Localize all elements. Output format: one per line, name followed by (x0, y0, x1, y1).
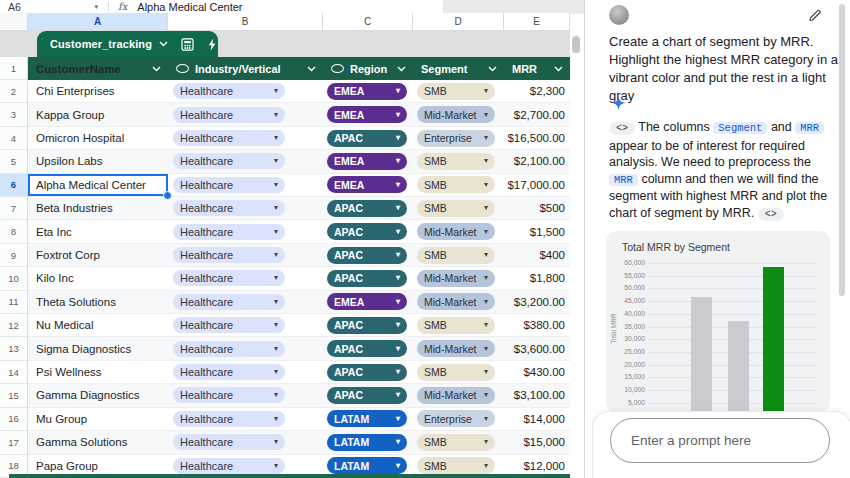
code-toggle-chip[interactable]: <> (758, 208, 784, 221)
row-number[interactable]: 8 (0, 220, 28, 243)
column-header-segment[interactable]: Segment (413, 57, 504, 80)
cell-customer-name[interactable]: Kappa Group (28, 103, 168, 126)
cell-mrr[interactable]: $2,700.00 (504, 103, 570, 126)
row-number[interactable]: 12 (0, 314, 28, 337)
region-dropdown[interactable]: EMEA▾ (327, 176, 407, 193)
selection-fill-handle[interactable] (163, 191, 172, 200)
select-all-corner[interactable] (0, 13, 28, 31)
chevron-down-icon[interactable] (307, 66, 316, 72)
segment-dropdown[interactable]: Mid-Market▾ (417, 270, 495, 287)
chevron-down-icon[interactable] (554, 66, 563, 72)
chevron-down-icon[interactable] (152, 66, 161, 72)
row-number[interactable]: 3 (0, 103, 28, 126)
cell-name-box[interactable]: A6 ▾ (0, 0, 104, 13)
region-dropdown[interactable]: EMEA▾ (327, 293, 407, 310)
cell-mrr[interactable]: $500 (504, 197, 570, 220)
region-dropdown[interactable]: APAC▾ (327, 200, 407, 217)
segment-dropdown[interactable]: Mid-Market▾ (417, 387, 495, 404)
row-number[interactable]: 2 (0, 80, 28, 103)
cell-mrr[interactable]: $430.00 (504, 361, 570, 384)
cell-mrr[interactable]: $17,000.00 (504, 174, 570, 197)
column-header-industry-vertical[interactable]: Industry/Vertical (168, 57, 323, 80)
segment-dropdown[interactable]: SMB▾ (417, 247, 495, 264)
region-dropdown[interactable]: APAC▾ (327, 247, 407, 264)
industry-dropdown[interactable]: Healthcare▾ (173, 224, 285, 240)
code-toggle-chip[interactable]: <> (609, 122, 635, 135)
industry-dropdown[interactable]: Healthcare▾ (173, 387, 285, 403)
lightning-bolt-icon[interactable] (207, 38, 217, 51)
segment-dropdown[interactable]: Enterprise▾ (417, 130, 495, 147)
cell-mrr[interactable]: $400 (504, 244, 570, 267)
cell-mrr[interactable]: $15,000 (504, 431, 570, 454)
row-number[interactable]: 5 (0, 150, 28, 173)
segment-dropdown[interactable]: Mid-Market▾ (417, 223, 495, 240)
industry-dropdown[interactable]: Healthcare▾ (173, 200, 285, 216)
industry-dropdown[interactable]: Healthcare▾ (173, 458, 285, 474)
cell-mrr[interactable]: $3,200.00 (504, 291, 570, 314)
chevron-down-icon[interactable] (159, 41, 168, 47)
segment-dropdown[interactable]: Enterprise▾ (417, 410, 495, 427)
cell-mrr[interactable]: $16,500.00 (504, 127, 570, 150)
cell-customer-name[interactable]: Omicron Hospital (28, 127, 168, 150)
row-number[interactable]: 1 (0, 57, 28, 80)
segment-dropdown[interactable]: SMB▾ (417, 457, 495, 474)
industry-dropdown[interactable]: Healthcare▾ (173, 177, 285, 193)
row-number[interactable]: 6 (0, 174, 28, 197)
row-number[interactable]: 7 (0, 197, 28, 220)
cell-mrr[interactable]: $380.00 (504, 314, 570, 337)
region-dropdown[interactable]: APAC▾ (327, 340, 407, 357)
region-dropdown[interactable]: APAC▾ (327, 364, 407, 381)
panel-scrollbar[interactable] (839, 4, 845, 296)
segment-dropdown[interactable]: SMB▾ (417, 317, 495, 334)
industry-dropdown[interactable]: Healthcare▾ (173, 83, 285, 99)
region-dropdown[interactable]: EMEA▾ (327, 153, 407, 170)
row-number[interactable]: 16 (0, 408, 28, 431)
cell-customer-name[interactable]: Kilo Inc (28, 267, 168, 290)
chevron-down-icon[interactable] (488, 66, 497, 72)
cell-customer-name[interactable]: Theta Solutions (28, 291, 168, 314)
industry-dropdown[interactable]: Healthcare▾ (173, 317, 285, 333)
column-header-A[interactable]: A (28, 13, 168, 31)
row-number[interactable]: 14 (0, 361, 28, 384)
segment-dropdown[interactable]: Mid-Market▾ (417, 106, 495, 123)
row-number[interactable]: 13 (0, 337, 28, 360)
segment-dropdown[interactable]: SMB▾ (417, 153, 495, 170)
prompt-input[interactable] (610, 418, 830, 463)
industry-dropdown[interactable]: Healthcare▾ (173, 247, 285, 263)
cell-customer-name[interactable]: Chi Enterprises (28, 80, 168, 103)
cell-mrr[interactable]: $2,100.00 (504, 150, 570, 173)
industry-dropdown[interactable]: Healthcare▾ (173, 411, 285, 427)
industry-dropdown[interactable]: Healthcare▾ (173, 107, 285, 123)
edit-pencil-icon[interactable] (808, 8, 822, 22)
cell-mrr[interactable]: $3,100.00 (504, 384, 570, 407)
region-dropdown[interactable]: LATAM▾ (327, 434, 407, 451)
column-header-region[interactable]: Region (323, 57, 413, 80)
cell-customer-name[interactable]: Nu Medical (28, 314, 168, 337)
cell-customer-name[interactable]: Mu Group (28, 408, 168, 431)
sheet-tab-customer-tracking[interactable]: Customer_tracking (37, 31, 218, 57)
industry-dropdown[interactable]: Healthcare▾ (173, 130, 285, 146)
segment-dropdown[interactable]: SMB▾ (417, 364, 495, 381)
segment-dropdown[interactable]: Mid-Market▾ (417, 340, 495, 357)
cell-mrr[interactable]: $2,300 (504, 80, 570, 103)
region-dropdown[interactable]: APAC▾ (327, 317, 407, 334)
region-dropdown[interactable]: APAC▾ (327, 223, 407, 240)
region-dropdown[interactable]: LATAM▾ (327, 410, 407, 427)
sheet-scrollbar[interactable] (572, 36, 580, 53)
cell-mrr[interactable]: $1,500 (504, 220, 570, 243)
cell-customer-name[interactable]: Psi Wellness (28, 361, 168, 384)
cell-customer-name[interactable]: Upsilon Labs (28, 150, 168, 173)
industry-dropdown[interactable]: Healthcare▾ (173, 294, 285, 310)
formula-input[interactable]: Alpha Medical Center (137, 1, 242, 13)
row-number[interactable]: 10 (0, 267, 28, 290)
chevron-down-icon[interactable] (397, 66, 406, 72)
column-header-C[interactable]: C (323, 13, 413, 31)
cell-customer-name[interactable]: Beta Industries (28, 197, 168, 220)
cell-customer-name[interactable]: Sigma Diagnostics (28, 337, 168, 360)
industry-dropdown[interactable]: Healthcare▾ (173, 153, 285, 169)
cell-mrr[interactable]: $1,800 (504, 267, 570, 290)
segment-dropdown[interactable]: SMB▾ (417, 434, 495, 451)
column-header-D[interactable]: D (413, 13, 504, 31)
region-dropdown[interactable]: APAC▾ (327, 270, 407, 287)
cell-mrr[interactable]: $3,600.00 (504, 337, 570, 360)
